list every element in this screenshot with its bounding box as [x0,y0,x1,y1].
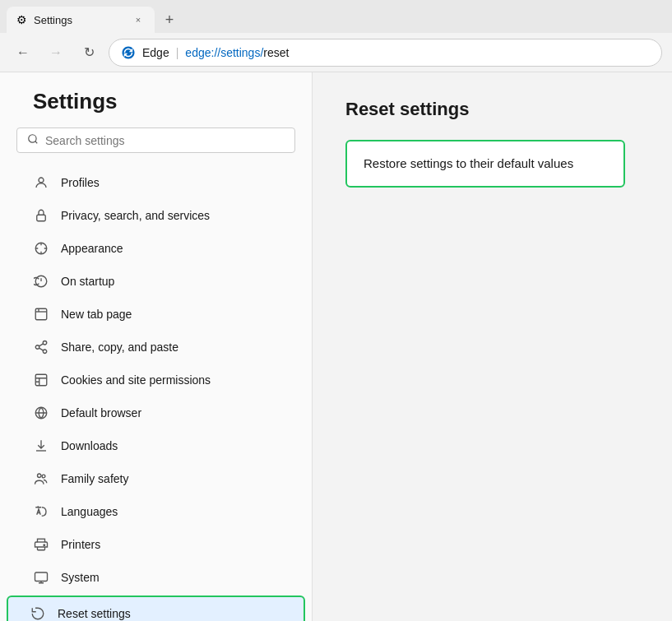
address-bar[interactable]: Edge | edge://settings/reset [109,39,662,67]
svg-rect-6 [35,308,47,320]
languages-icon [33,503,49,520]
address-divider: | [176,46,179,59]
svg-point-7 [43,341,47,345]
sidebar-item-label-reset: Reset settings [58,607,131,620]
sidebar-item-share[interactable]: Share, copy, and paste [0,331,312,364]
tab-icon: ⚙ [16,13,27,26]
sidebar-item-cookies[interactable]: Cookies and site permissions [0,364,312,396]
svg-rect-3 [37,215,46,221]
new-tab-button[interactable]: + [158,8,181,31]
reset-icon [30,605,46,621]
newtab-icon [33,306,49,322]
cookies-icon [33,372,49,388]
printers-icon [33,536,49,553]
sidebar-item-printers[interactable]: Printers [0,528,312,561]
sidebar-item-label-browser: Default browser [61,406,141,419]
svg-line-10 [39,348,43,350]
sidebar-item-label-share: Share, copy, and paste [61,341,178,354]
svg-point-15 [42,475,45,478]
edge-logo-icon [121,45,136,60]
sidebar-item-browser[interactable]: Default browser [0,396,312,429]
svg-point-2 [39,178,44,183]
back-button[interactable]: ← [10,39,36,66]
sidebar-item-reset[interactable]: Reset settings [7,596,305,621]
panel-title: Reset settings [345,99,639,120]
svg-line-1 [35,141,38,144]
sidebar-item-privacy[interactable]: Privacy, search, and services [0,199,312,232]
tab-bar: ⚙ Settings × + [0,0,672,33]
refresh-button[interactable]: ↻ [76,39,102,66]
sidebar-item-label-downloads: Downloads [61,439,118,452]
restore-card-text: Restore settings to their default values [364,156,573,170]
search-input[interactable] [45,134,285,147]
sidebar-item-newtab[interactable]: New tab page [0,298,312,331]
svg-point-8 [35,345,39,350]
sidebar-item-family[interactable]: Family safety [0,462,312,495]
svg-point-14 [38,474,42,478]
lock-icon [33,207,49,224]
search-box[interactable] [16,127,295,153]
tab-title: Settings [34,14,72,26]
sidebar-item-label-system: System [61,571,100,584]
content-area: Settings Profiles Privacy, search, and s… [0,72,672,621]
tab-close-button[interactable]: × [132,13,145,26]
svg-point-0 [29,135,36,142]
sidebar-item-label-newtab: New tab page [61,308,132,321]
family-icon [33,470,49,487]
appearance-icon [33,240,49,257]
svg-point-9 [43,350,47,354]
settings-tab[interactable]: ⚙ Settings × [7,7,155,33]
sidebar-item-appearance[interactable]: Appearance [0,232,312,265]
sidebar-item-label-family: Family safety [61,472,128,485]
sidebar-item-label-appearance: Appearance [61,242,123,255]
sidebar-item-label-printers: Printers [61,538,100,551]
svg-rect-17 [38,539,45,542]
share-icon [33,339,49,355]
sidebar-item-label-startup: On startup [61,275,114,288]
browser-icon [33,405,49,421]
main-panel: Reset settings Restore settings to their… [313,72,672,621]
profiles-icon [33,174,49,191]
sidebar-item-downloads[interactable]: Downloads [0,429,312,462]
sidebar: Settings Profiles Privacy, search, and s… [0,72,313,621]
search-icon [27,133,39,147]
address-text: edge://settings/reset [185,46,289,59]
sidebar-item-startup[interactable]: On startup [0,265,312,298]
system-icon [33,569,49,586]
sidebar-item-system[interactable]: System [0,561,312,594]
browser-chrome: ⚙ Settings × + ← → ↻ Edge | edge://setti… [0,0,672,72]
svg-rect-19 [35,572,48,582]
sidebar-item-label-privacy: Privacy, search, and services [61,209,210,222]
edge-label: Edge [142,46,169,59]
svg-line-11 [39,344,43,346]
restore-defaults-card[interactable]: Restore settings to their default values [345,140,625,188]
svg-point-18 [44,545,45,546]
sidebar-item-label-cookies: Cookies and site permissions [61,373,211,387]
svg-rect-16 [38,547,45,550]
svg-rect-12 [35,374,47,386]
sidebar-item-label-profiles: Profiles [61,176,100,189]
download-icon [33,438,49,454]
sidebar-title: Settings [0,89,312,127]
power-icon [33,273,49,290]
nav-bar: ← → ↻ Edge | edge://settings/reset [0,33,672,72]
sidebar-item-profiles[interactable]: Profiles [0,166,312,199]
sidebar-item-languages[interactable]: Languages [0,495,312,528]
forward-button[interactable]: → [43,39,69,66]
sidebar-item-label-languages: Languages [61,505,118,518]
